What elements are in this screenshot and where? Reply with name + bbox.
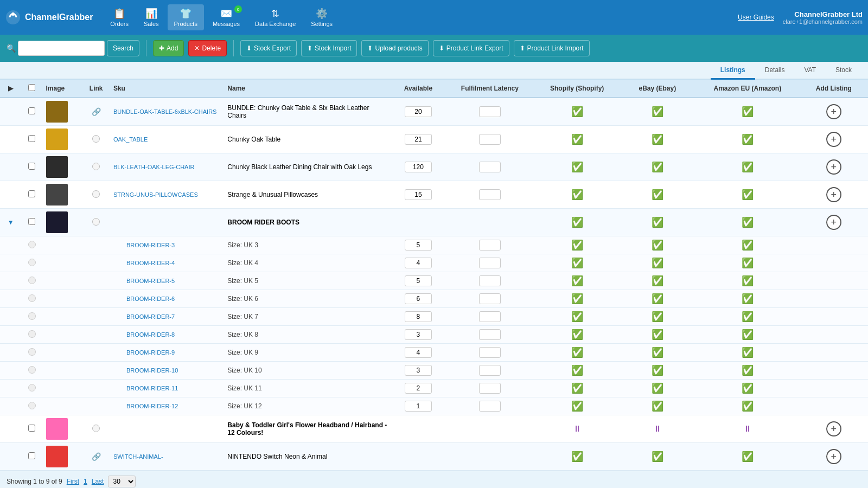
table-row: ▶ 🔗 SWITCH-ANIMAL- NINTENDO Switch Neon … [0,443,868,471]
tab-details[interactable]: Details [755,62,795,80]
stock-export-button[interactable]: ⬇ Stock Export [240,40,297,56]
expand-all-icon[interactable]: ▶ [8,85,13,92]
nav-item-messages[interactable]: ✉️ 0 Messages [206,4,246,30]
fulfilment-input[interactable] [479,189,501,200]
row-checkbox[interactable] [28,107,35,114]
available-input[interactable] [405,162,432,172]
available-input[interactable] [405,258,432,268]
available-input[interactable] [405,311,432,322]
pagination-first[interactable]: First [67,478,79,485]
pagination-last[interactable]: Last [92,478,104,485]
row-checkbox[interactable] [28,425,35,432]
fulfilment-input[interactable] [479,365,501,376]
row-sku: BROOM-RIDER-5 [110,272,224,290]
shopify-check-icon: ✅ [571,401,583,412]
add-listing-button[interactable]: + [826,187,841,202]
delete-button[interactable]: ✕ Delete [188,40,227,56]
expand-placeholder: ▶ [8,453,13,460]
fulfilment-input[interactable] [479,347,501,358]
nav-item-data-exchange[interactable]: ⇅ Data Exchange [248,4,302,30]
row-link-cell [82,380,110,397]
row-amazon: ✅ [695,254,800,272]
nav-item-settings[interactable]: ⚙️ Settings [304,4,339,30]
select-all-checkbox[interactable] [28,84,35,91]
row-checkbox[interactable] [28,135,35,142]
row-fulfilment [445,254,535,272]
link-icon[interactable]: 🔗 [92,452,101,461]
row-checkbox-cell [21,254,42,272]
nav-item-orders[interactable]: 📋 Orders [104,4,135,30]
add-listing-button[interactable]: + [826,449,841,464]
fulfilment-input[interactable] [479,311,501,322]
add-listing-button[interactable]: + [826,215,841,230]
row-checkbox[interactable] [28,163,35,170]
nav-item-products[interactable]: 👕 Products [168,4,204,30]
available-input[interactable] [405,106,432,117]
available-input[interactable] [405,329,432,340]
link-icon[interactable]: 🔗 [92,107,101,116]
row-amazon: ✅ [695,181,800,209]
user-guides-link[interactable]: User Guides [738,14,774,21]
available-input[interactable] [405,240,432,251]
search-input[interactable] [18,41,105,56]
fulfilment-input[interactable] [479,134,501,145]
tab-stock[interactable]: Stock [826,62,861,80]
row-expand-cell [0,290,21,308]
product-link-export-button[interactable]: ⬇ Product Link Export [433,40,509,56]
row-image-cell [43,443,82,471]
stock-import-button[interactable]: ⬆ Stock Import [301,40,357,56]
row-image-cell [43,254,82,272]
row-link-cell [82,153,110,181]
header-ebay: eBay (Ebay) [620,80,695,98]
ebay-check-icon: ✅ [652,189,663,200]
row-checkbox-cell [21,126,42,153]
available-input[interactable] [405,275,432,286]
pagination-row: Showing 1 to 9 of 9 First 1 Last 30 50 1… [0,471,868,488]
add-listing-button[interactable]: + [826,421,841,436]
add-listing-button[interactable]: + [826,104,841,119]
tab-vat[interactable]: VAT [794,62,826,80]
fulfilment-input[interactable] [479,258,501,268]
fulfilment-input[interactable] [479,162,501,172]
fulfilment-input[interactable] [479,275,501,286]
tab-listings[interactable]: Listings [711,62,755,80]
row-amazon: ✅ [695,236,800,254]
available-input[interactable] [405,189,432,200]
nav-item-sales[interactable]: 📊 Sales [137,4,165,30]
company-name: ChannelGrabber Ltd [783,10,863,18]
row-checkbox[interactable] [28,218,35,225]
row-shopify: ✅ [535,236,620,254]
pagination-page[interactable]: 1 [84,478,87,485]
table-row: ▶ 🔗 BUNDLE-OAK-TABLE-6xBLK-CHAIRS BUNDLE… [0,98,868,126]
per-page-select[interactable]: 30 50 100 [108,476,136,487]
upload-products-button[interactable]: ⬆ Upload products [361,40,428,56]
header-link: Link [82,80,110,98]
available-input[interactable] [405,365,432,376]
product-thumbnail [46,211,68,233]
toolbar-divider-1 [146,40,146,56]
fulfilment-input[interactable] [479,293,501,304]
row-checkbox[interactable] [28,452,35,459]
fulfilment-input[interactable] [479,240,501,251]
row-link-cell [82,209,110,236]
expand-placeholder: ▶ [8,163,13,171]
fulfilment-input[interactable] [479,106,501,117]
search-magnifier-icon: 🔍 [7,44,16,53]
add-button[interactable]: ✚ Add [153,40,184,56]
fulfilment-input[interactable] [479,329,501,340]
collapse-icon[interactable]: ▼ [8,219,14,226]
row-ebay: ⏸ [620,415,695,443]
available-input[interactable] [405,383,432,394]
available-input[interactable] [405,134,432,145]
row-checkbox[interactable] [28,190,35,197]
product-link-import-button[interactable]: ⬆ Product Link Import [514,40,590,56]
available-input[interactable] [405,347,432,358]
available-input[interactable] [405,401,432,412]
logo[interactable]: ChannelGrabber [5,10,93,25]
available-input[interactable] [405,293,432,304]
add-listing-button[interactable]: + [826,159,841,175]
add-listing-button[interactable]: + [826,132,841,147]
fulfilment-input[interactable] [479,383,501,394]
fulfilment-input[interactable] [479,401,501,412]
search-button[interactable]: Search [107,40,139,56]
